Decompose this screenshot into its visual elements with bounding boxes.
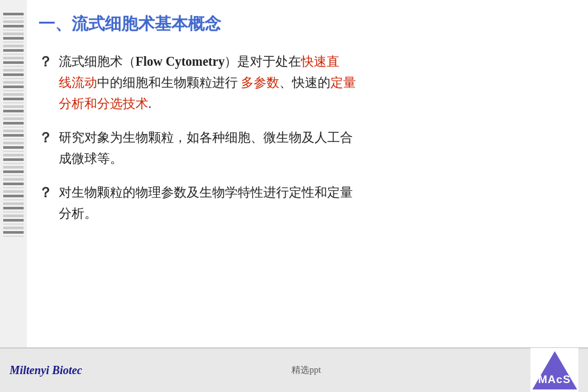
footer: Miltenyi Biotec 精选ppt MAcS: [0, 347, 588, 392]
macs-text: MAcS: [538, 373, 571, 386]
macs-label: MAcS: [538, 373, 571, 386]
bullet-mark-3: ？: [38, 182, 52, 203]
bullet-section: ？ 流式细胞术（Flow Cytometry）是对于处在快速直线流动中的细胞和生…: [32, 51, 575, 224]
slide-title: 一、流式细胞术基本概念: [32, 13, 575, 35]
bullet-item-2: ？ 研究对象为生物颗粒，如各种细胞、微生物及人工合成微球等。: [38, 127, 575, 169]
bullet-mark-2: ？: [38, 127, 52, 148]
main-content: 一、流式细胞术基本概念 ？ 流式细胞术（Flow Cytometry）是对于处在…: [32, 13, 575, 392]
bullet-text-3: 对生物颗粒的物理参数及生物学特性进行定性和定量分析。: [59, 182, 353, 224]
macs-logo: MAcS: [530, 348, 578, 392]
flow-cytometry-term: Flow Cytometry: [135, 54, 224, 68]
left-decorative-strip: [0, 0, 27, 392]
bullet-item-1: ？ 流式细胞术（Flow Cytometry）是对于处在快速直线流动中的细胞和生…: [38, 51, 575, 114]
bullet-text-2: 研究对象为生物颗粒，如各种细胞、微生物及人工合成微球等。: [59, 127, 353, 169]
bullet-item-3: ？ 对生物颗粒的物理参数及生物学特性进行定性和定量分析。: [38, 182, 575, 224]
footer-center-text: 精选ppt: [291, 365, 321, 376]
bullet-mark-1: ？: [38, 51, 52, 72]
slide: 一、流式细胞术基本概念 ？ 流式细胞术（Flow Cytometry）是对于处在…: [0, 0, 588, 392]
highlight-2: 多参数: [241, 75, 279, 89]
highlight-3: 定量分析和分选技术: [59, 75, 356, 110]
footer-logo: Miltenyi Biotec: [10, 364, 82, 377]
bullet-text-1: 流式细胞术（Flow Cytometry）是对于处在快速直线流动中的细胞和生物颗…: [59, 51, 356, 114]
